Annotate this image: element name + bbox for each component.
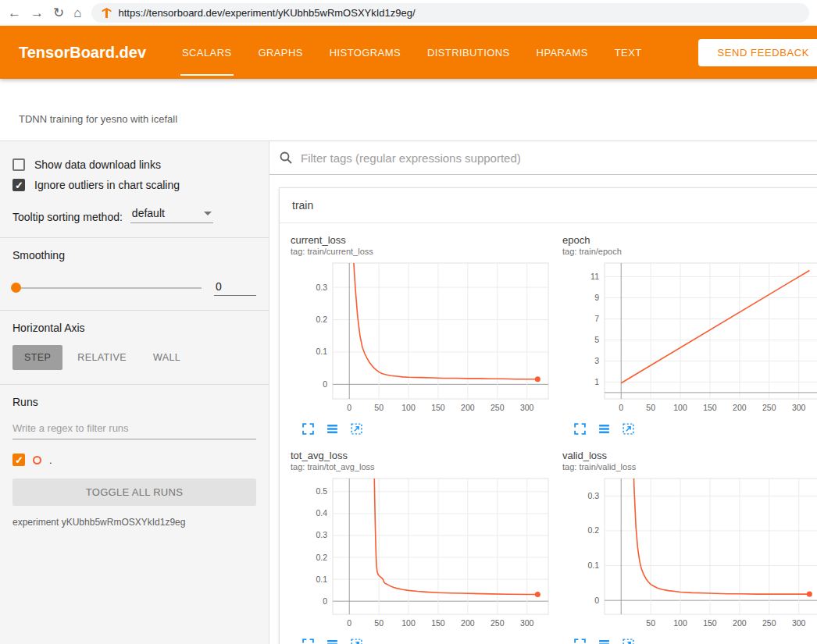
tab-scalars[interactable]: SCALARS xyxy=(180,42,234,63)
slider-thumb[interactable] xyxy=(11,283,21,293)
runs-selector-icon[interactable] xyxy=(326,422,339,436)
tooltip-sorting-row: Tooltip sorting method: default xyxy=(12,207,256,223)
svg-text:100: 100 xyxy=(673,618,687,628)
chart-title: tot_avg_loss xyxy=(291,450,553,461)
back-icon[interactable]: ← xyxy=(8,6,21,20)
tab-histograms[interactable]: HISTOGRAMS xyxy=(328,42,402,63)
tab-distributions[interactable]: DISTRIBUTIONS xyxy=(426,42,512,63)
svg-text:0: 0 xyxy=(594,596,599,605)
svg-text:0.3: 0.3 xyxy=(316,283,327,292)
expand-chart-icon[interactable] xyxy=(573,638,587,644)
svg-text:50: 50 xyxy=(646,618,655,628)
svg-text:0: 0 xyxy=(347,618,351,628)
forward-icon[interactable]: → xyxy=(30,6,44,20)
svg-text:250: 250 xyxy=(762,618,776,628)
tab-text[interactable]: TEXT xyxy=(613,42,644,63)
svg-text:11: 11 xyxy=(590,272,599,281)
runs-selector-icon[interactable] xyxy=(326,638,339,644)
axis-wall-button[interactable]: WALL xyxy=(141,345,192,370)
axis-relative-button[interactable]: RELATIVE xyxy=(66,345,138,370)
tag-filter-input[interactable] xyxy=(301,151,817,165)
expand-chart-icon[interactable] xyxy=(573,422,587,436)
svg-text:0.2: 0.2 xyxy=(587,525,599,535)
fit-domain-icon[interactable] xyxy=(350,638,363,644)
tensorboard-favicon-icon xyxy=(101,7,112,19)
tooltip-sorting-dropdown[interactable]: default xyxy=(130,207,213,223)
chart-tag: tag: train/epoch xyxy=(562,247,817,256)
line-chart[interactable]: 00.10.20.3050100150200250300 xyxy=(291,258,553,419)
run-checkbox-icon[interactable] xyxy=(12,454,25,466)
chart-title: valid_loss xyxy=(562,450,817,461)
svg-text:50: 50 xyxy=(646,403,655,412)
runs-filter-input[interactable] xyxy=(12,419,256,439)
svg-text:300: 300 xyxy=(520,403,534,412)
brand-title[interactable]: TensorBoard.dev xyxy=(19,44,146,62)
chart-tag: tag: train/tot_avg_loss xyxy=(291,462,553,471)
svg-text:0.4: 0.4 xyxy=(316,508,327,518)
smoothing-slider[interactable] xyxy=(12,287,202,289)
app-header: TensorBoard.dev SCALARS GRAPHS HISTOGRAM… xyxy=(0,26,817,79)
fit-domain-icon[interactable] xyxy=(350,422,363,436)
expand-chart-icon[interactable] xyxy=(301,422,315,436)
fit-domain-icon[interactable] xyxy=(622,638,635,644)
run-list-item[interactable]: . xyxy=(12,454,256,466)
svg-text:5: 5 xyxy=(594,335,599,344)
svg-text:0.1: 0.1 xyxy=(316,575,327,584)
svg-text:150: 150 xyxy=(431,618,445,628)
checkbox-unchecked-icon[interactable] xyxy=(12,158,25,171)
svg-text:0.1: 0.1 xyxy=(316,347,327,356)
chart-title: epoch xyxy=(562,234,817,246)
svg-text:0.3: 0.3 xyxy=(587,491,599,500)
nav-tabs: SCALARS GRAPHS HISTOGRAMS DISTRIBUTIONS … xyxy=(180,42,644,63)
svg-text:150: 150 xyxy=(703,403,717,412)
axis-step-button[interactable]: STEP xyxy=(12,345,62,370)
settings-sidebar: Show data download links Ignore outliers… xyxy=(0,141,269,644)
run-name: . xyxy=(49,454,52,466)
svg-text:0.1: 0.1 xyxy=(587,560,599,570)
svg-text:250: 250 xyxy=(762,403,776,412)
svg-text:250: 250 xyxy=(491,403,505,412)
chart-tag: tag: train/valid_loss xyxy=(562,462,817,471)
fit-domain-icon[interactable] xyxy=(622,422,635,436)
chart-card-current-loss: current_loss tag: train/current_loss 00.… xyxy=(291,234,553,436)
smoothing-value[interactable]: 0 xyxy=(214,280,256,296)
tab-hparams[interactable]: HPARAMS xyxy=(535,42,590,63)
svg-text:100: 100 xyxy=(673,403,687,412)
chart-card-epoch: epoch tag: train/epoch 13579110501001502… xyxy=(562,234,817,436)
show-download-links-checkbox[interactable]: Show data download links xyxy=(12,158,256,171)
runs-selector-icon[interactable] xyxy=(598,638,611,644)
home-icon[interactable]: ⌂ xyxy=(73,6,81,20)
svg-text:150: 150 xyxy=(703,618,717,628)
svg-text:7: 7 xyxy=(594,314,599,323)
runs-selector-icon[interactable] xyxy=(598,422,611,436)
svg-text:50: 50 xyxy=(374,403,384,412)
svg-text:0: 0 xyxy=(619,403,623,412)
send-feedback-button[interactable]: SEND FEEDBACK xyxy=(698,39,817,66)
checkbox-checked-icon[interactable] xyxy=(12,179,25,191)
svg-text:0: 0 xyxy=(323,596,327,606)
ignore-outliers-checkbox[interactable]: Ignore outliers in chart scaling xyxy=(12,179,256,191)
horizontal-axis-label: Horizontal Axis xyxy=(12,322,256,334)
chevron-down-icon xyxy=(204,212,212,215)
group-title[interactable]: train xyxy=(280,188,817,223)
svg-text:200: 200 xyxy=(733,618,747,628)
browser-toolbar: ← → ↻ ⌂ xyxy=(0,0,817,26)
train-group-card: train current_loss tag: train/current_lo… xyxy=(279,187,817,644)
content-area: Show data download links Ignore outliers… xyxy=(0,141,817,644)
svg-text:100: 100 xyxy=(401,618,416,628)
toggle-all-runs-button[interactable]: TOGGLE ALL RUNS xyxy=(12,479,256,506)
expand-chart-icon[interactable] xyxy=(301,638,315,644)
svg-text:100: 100 xyxy=(401,403,416,412)
reload-icon[interactable]: ↻ xyxy=(53,6,64,20)
address-bar[interactable] xyxy=(91,3,809,23)
url-input[interactable] xyxy=(119,7,800,19)
line-chart[interactable]: 1357911050100150200250300 xyxy=(562,258,817,419)
line-chart[interactable]: 00.10.20.350100150200250300 xyxy=(562,474,817,635)
charts-grid: current_loss tag: train/current_loss 00.… xyxy=(280,223,817,644)
tab-graphs[interactable]: GRAPHS xyxy=(257,42,305,63)
run-color-swatch-icon xyxy=(33,456,41,464)
smoothing-section: Smoothing 0 xyxy=(0,237,269,310)
runs-section: Runs . TOGGLE ALL RUNS experiment yKUbhb… xyxy=(0,384,269,542)
svg-text:300: 300 xyxy=(520,618,534,628)
line-chart[interactable]: 00.10.20.30.40.5050100150200250300 xyxy=(291,474,553,635)
